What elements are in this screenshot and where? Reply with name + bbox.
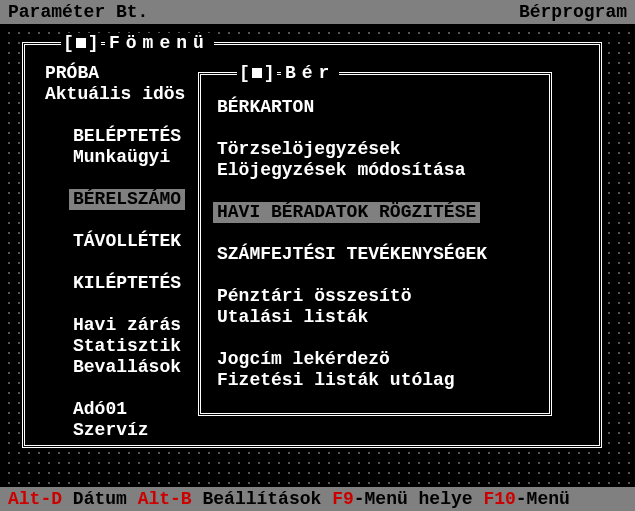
hotkey-f10[interactable]: F10	[483, 489, 515, 509]
sub-item-jogcim[interactable]: Jogcím lekérdezö	[213, 349, 543, 370]
hotkey-alt-b[interactable]: Alt-B	[138, 489, 192, 509]
sub-item-penztari[interactable]: Pénztári összesítö	[213, 286, 543, 307]
hotkey-alt-d[interactable]: Alt-D	[8, 489, 62, 509]
sub-item-torzselojegyzesek[interactable]: Törzselöjegyzések	[213, 139, 543, 160]
sub-item-fizetesi[interactable]: Fizetési listák utólag	[213, 370, 543, 391]
menu-item-szerviz[interactable]: Szervíz	[69, 420, 593, 441]
hotkey-f9[interactable]: F9	[332, 489, 354, 509]
sub-menu-title: Bér	[281, 63, 339, 83]
sub-item-szamfejtesi[interactable]: SZÁMFEJTÉSI TEVÉKENYSÉGEK	[213, 244, 543, 265]
hotkey-label-menu-helye: -Menü helye	[354, 489, 473, 509]
hotkey-label-menu: -Menü	[516, 489, 570, 509]
hotkey-label-beallitasok: Beállítások	[202, 489, 321, 509]
hotkey-label-datum-text: Dátum	[73, 489, 127, 509]
sub-item-elojegyzesek-modositasa[interactable]: Elöjegyzések módosítása	[213, 160, 543, 181]
close-icon[interactable]: []	[237, 63, 277, 83]
app-title: Bérprogram	[519, 2, 627, 22]
close-icon[interactable]: []	[61, 33, 101, 53]
sub-item-utalasi[interactable]: Utalási listák	[213, 307, 543, 328]
menu-item-berelszamo[interactable]: BÉRELSZÁMO	[69, 189, 185, 210]
title-bar: Paraméter Bt. Bérprogram	[0, 0, 635, 24]
sub-item-berkarton[interactable]: BÉRKARTON	[213, 97, 543, 118]
status-bar: Alt-D Dátum Alt-B Beállítások F9-Menü he…	[0, 487, 635, 511]
sub-item-havi-beradatok[interactable]: HAVI BÉRADATOK RÖGZITÉSE	[213, 202, 480, 223]
sub-menu-window: [] Bér BÉRKARTON Törzselöjegyzések Elöje…	[198, 72, 552, 416]
app-company: Paraméter Bt.	[8, 2, 148, 22]
main-menu-title: Fömenü	[105, 33, 214, 53]
